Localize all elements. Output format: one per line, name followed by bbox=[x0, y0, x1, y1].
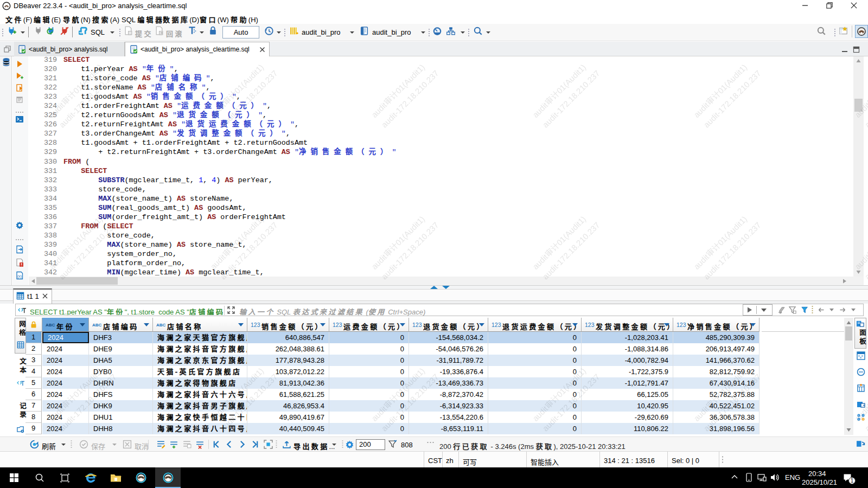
svg-text:(x): (x) bbox=[17, 274, 22, 279]
